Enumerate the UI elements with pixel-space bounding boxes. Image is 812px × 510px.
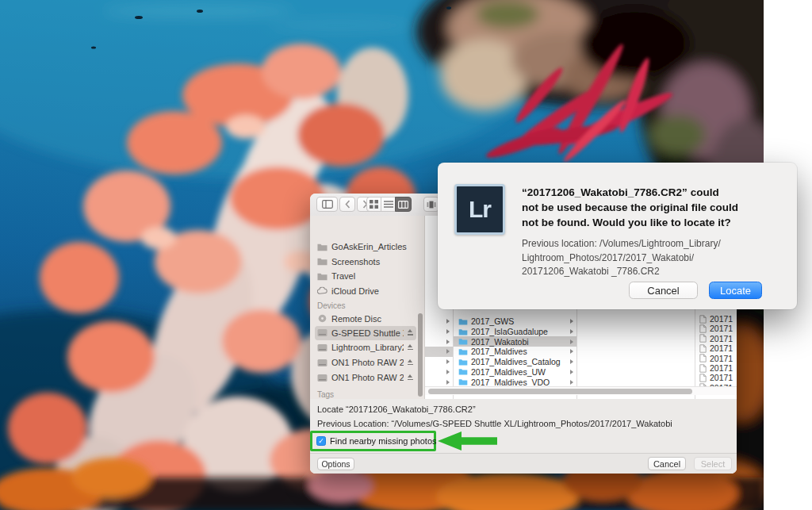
- disclosure-triangle-icon: [570, 349, 573, 354]
- folder-icon: [317, 243, 327, 251]
- eject-icon[interactable]: [407, 344, 414, 351]
- file-row[interactable]: 20171: [695, 343, 737, 353]
- disclosure-triangle-icon: [570, 370, 573, 374]
- eject-icon[interactable]: [407, 329, 414, 336]
- folder-row-2017-gws[interactable]: 2017_GWS: [454, 316, 576, 327]
- icon-view-button[interactable]: [366, 197, 381, 212]
- gallery-view-icon: [427, 201, 436, 209]
- list-view-icon: [384, 201, 393, 208]
- options-button[interactable]: Options: [317, 458, 354, 470]
- back-button[interactable]: [339, 197, 355, 212]
- folder-icon: [317, 272, 327, 281]
- sidebar-scrollbar[interactable]: [418, 313, 423, 397]
- folder-row-2017-maldives-catalog[interactable]: 2017_Maldives_Catalog: [454, 357, 576, 367]
- sidebar-item-goaskerin-articles[interactable]: GoAskErin_Articles: [315, 240, 416, 254]
- disclosure-triangle-icon: [570, 329, 573, 334]
- drive-icon: [317, 359, 327, 367]
- document-icon: [699, 364, 707, 373]
- file-name: 20171: [710, 314, 733, 324]
- disclosure-triangle-icon: [446, 370, 450, 374]
- annotation-arrow-left-icon: [438, 431, 497, 451]
- disclosure-triangle-icon: [570, 319, 573, 324]
- file-row[interactable]: 20171: [695, 354, 737, 363]
- grid-view-icon: [370, 200, 378, 209]
- file-row[interactable]: 20171: [695, 334, 737, 343]
- find-nearby-checkbox[interactable]: ✓: [316, 436, 326, 446]
- sidebar-item-on1-photo-raw-2[interactable]: ON1 Photo RAW 2…: [315, 370, 416, 385]
- column-view-button[interactable]: [395, 197, 412, 212]
- sidebar-item-on1-photo-raw-1[interactable]: ON1 Photo RAW 2…: [315, 355, 416, 370]
- disclosure-triangle-icon: [446, 339, 450, 344]
- cancel-button[interactable]: Cancel: [648, 457, 686, 470]
- alert-body-line: Previous location: /Volumes/Lightroom_Li…: [522, 237, 797, 251]
- folder-name: 2017_Maldives_VDO: [471, 378, 570, 387]
- folder-name: 2017_Maldives: [471, 347, 570, 356]
- folder-icon: [458, 359, 468, 366]
- desktop: GoAskErin_Articles Screenshots Travel iC…: [0, 0, 812, 510]
- alert-locate-button[interactable]: Locate: [709, 282, 762, 299]
- disc-icon: [317, 314, 327, 323]
- folder-name: 2017_Maldives_Catalog: [471, 357, 570, 366]
- horizontal-scrollbar-track[interactable]: [425, 386, 737, 395]
- disclosure-triangle-icon: [446, 380, 450, 385]
- parent-row[interactable]: [425, 316, 453, 327]
- alert-body-line: 20171206_Wakatobi _7786.CR2: [522, 265, 797, 279]
- parent-row[interactable]: [425, 367, 453, 378]
- folder-name: 2017_Wakatobi: [471, 337, 570, 347]
- sidebar-toggle-button[interactable]: [316, 197, 338, 212]
- column-view-icon: [398, 201, 408, 209]
- annotation-highlight-box: ✓ Find nearby missing photos: [310, 431, 436, 451]
- folder-row-2017-maldives-vdo[interactable]: 2017_Maldives_VDO: [454, 377, 576, 387]
- disclosure-triangle-icon: [570, 359, 573, 364]
- alert-cancel-button[interactable]: Cancel: [629, 282, 698, 299]
- sidebar-item-lightroom-library2[interactable]: Lightroom_Library2: [315, 340, 416, 355]
- document-icon: [699, 334, 707, 343]
- horizontal-scrollbar-thumb[interactable]: [428, 389, 692, 394]
- list-view-button[interactable]: [381, 197, 396, 212]
- find-nearby-label[interactable]: Find nearby missing photos: [330, 436, 437, 446]
- sidebar-item-travel[interactable]: Travel: [315, 269, 416, 283]
- folder-row-2017-maldives-uw[interactable]: 2017_Maldives_UW: [454, 367, 576, 378]
- file-row[interactable]: 20171: [695, 363, 737, 373]
- file-row[interactable]: 20171: [695, 314, 737, 324]
- drive-icon: [317, 374, 327, 382]
- parent-row[interactable]: [425, 347, 453, 357]
- parent-row[interactable]: [425, 377, 453, 387]
- document-icon: [699, 374, 707, 382]
- folder-row-2017-islaguadalupe[interactable]: 2017_IslaGuadalupe: [454, 327, 576, 337]
- sidebar-item-icloud-drive[interactable]: iCloud Drive: [315, 284, 416, 298]
- parent-row[interactable]: [425, 357, 453, 367]
- previous-location-text: Previous Location: “/Volumes/G-SPEED Shu…: [317, 419, 672, 428]
- disclosure-triangle-icon: [446, 349, 450, 354]
- folder-icon: [458, 328, 468, 336]
- sidebar-item-remote-disc[interactable]: Remote Disc: [315, 312, 416, 326]
- folder-row-2017-wakatobi-selected[interactable]: 2017_Wakatobi: [454, 336, 576, 347]
- sidebar-item-gspeed-shuttle-xl[interactable]: G-SPEED Shuttle XL: [315, 326, 416, 340]
- file-row[interactable]: 20171: [695, 373, 737, 382]
- document-icon: [699, 324, 707, 333]
- gallery-view-button[interactable]: [423, 197, 439, 212]
- document-icon: [699, 344, 707, 353]
- disclosure-triangle-icon: [570, 339, 573, 344]
- disclosure-triangle-icon: [570, 380, 573, 385]
- file-row[interactable]: 20171: [695, 324, 737, 333]
- sidebar-item-screenshots[interactable]: Screenshots: [315, 255, 416, 269]
- sidebar-item-label: Remote Disc: [331, 314, 414, 324]
- parent-row[interactable]: [425, 336, 453, 347]
- parent-row[interactable]: [425, 327, 453, 337]
- eject-icon[interactable]: [407, 359, 414, 366]
- sidebar-item-label: Travel: [331, 271, 414, 281]
- alert-previous-location: Previous location: /Volumes/Lightroom_Li…: [522, 237, 797, 279]
- select-button[interactable]: Select: [694, 457, 732, 470]
- eject-icon[interactable]: [407, 374, 414, 382]
- folder-row-2017-maldives[interactable]: 2017_Maldives: [454, 347, 576, 357]
- folder-icon: [458, 378, 468, 385]
- sidebar-item-label: Lightroom_Library2: [331, 343, 404, 352]
- folder-name: 2017_Maldives_UW: [471, 367, 570, 377]
- folder-icon: [458, 318, 468, 325]
- disclosure-triangle-icon: [446, 319, 450, 324]
- sidebar-section-devices: Devices: [317, 300, 346, 311]
- file-name: 20171: [710, 334, 733, 343]
- alert-title: “20171206_Wakatobi_7786.CR2” could not b…: [522, 185, 797, 230]
- document-icon: [699, 354, 707, 362]
